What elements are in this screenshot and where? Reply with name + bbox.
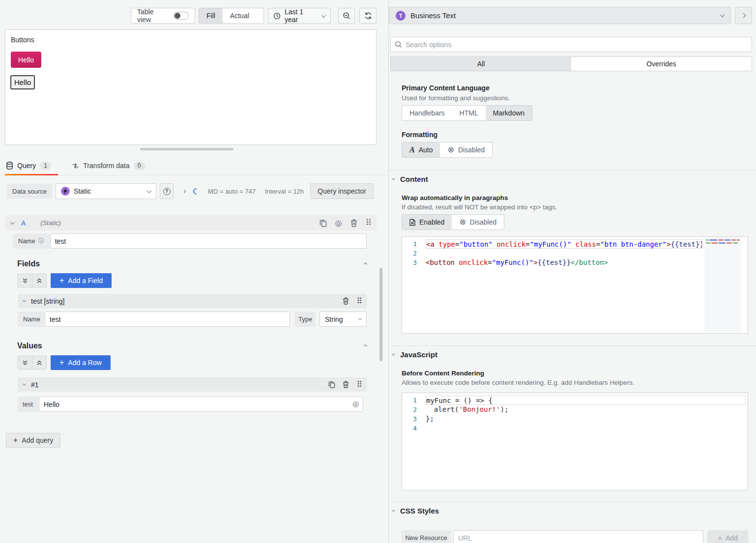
tab-query[interactable]: Query 1 [5,156,58,175]
filter-overrides-tab[interactable]: Overrides [571,57,752,71]
field-item-title: test [string] [31,297,64,305]
chevron-down-icon [720,12,725,17]
visualization-name: Business Text [410,11,456,20]
drag-handle-icon[interactable]: ⠿ [356,297,361,305]
datasource-picker[interactable]: Static [56,183,156,199]
refresh-button[interactable] [359,8,377,24]
delete-row-icon[interactable] [343,381,349,388]
collapse-row-icon[interactable] [23,382,26,386]
add-field-button[interactable]: + Add a Field [51,273,112,288]
language-handlebars-option[interactable]: Handlebars [402,106,452,120]
formatting-auto-option[interactable]: A Auto [402,143,440,157]
field-item-header[interactable]: test [string] ⠿ [18,294,367,308]
duplicate-row-icon[interactable] [328,381,335,388]
interval-summary: Interval = 12h [265,188,304,195]
tab-transform-data[interactable]: Transform data 0 [71,156,151,175]
add-row-button[interactable]: + Add a Row [51,355,111,370]
wrap-description: If disabled, result will NOT be wrapped … [402,203,756,211]
collapse-fields-icon[interactable] [364,262,367,265]
language-html-option[interactable]: HTML [452,106,486,120]
wrap-label: Wrap automatically in paragraphs [402,194,756,201]
query-name-input[interactable] [50,233,367,249]
value-row-header[interactable]: #1 ⠿ [18,377,367,392]
table-view-toggle[interactable] [174,12,189,20]
actual-option[interactable]: Actual [223,8,257,23]
delete-field-icon[interactable] [343,297,349,305]
hello-native-button[interactable]: Hello [10,75,35,89]
options-search [390,37,752,52]
table-view-label: Table view [137,8,169,24]
value-input[interactable] [39,397,363,412]
language-description: Used for formatting and suggestions. [402,94,756,102]
formatting-label: Formatting [402,131,756,139]
static-datasource-icon [61,187,70,196]
wrap-disabled-option[interactable]: ⊗ Disabled [452,215,504,229]
visualization-picker[interactable]: T Business Text [389,7,731,24]
format-icon: A [409,145,415,154]
collapse-section-icon [392,352,395,356]
collapse-options-pane-button[interactable] [735,7,752,24]
values-toolbar: + Add a Row [18,355,388,370]
css-resource-row: New Resource + Add [402,530,748,543]
wrap-radio-group: Enabled ⊗ Disabled [402,214,504,230]
preview-value-icon[interactable]: ◎ [352,400,359,407]
collapse-all-fields-button[interactable] [18,274,32,287]
time-range-picker[interactable]: Last 1 year [268,8,331,24]
css-section-header[interactable]: CSS Styles [392,507,756,515]
query-row-header[interactable]: A (Static) ◎ ⠿ [5,215,377,230]
fill-option[interactable]: Fill [199,8,223,23]
disabled-icon: ⊗ [447,146,454,154]
expand-all-rows-button[interactable] [32,356,47,370]
panel-resize-handle[interactable] [140,148,233,150]
field-name-input[interactable] [45,312,290,327]
drag-handle-icon[interactable]: ⠿ [366,219,371,227]
field-type-select[interactable]: String [320,312,367,327]
query-options-expand-icon[interactable] [182,189,186,193]
filter-all-tab[interactable]: All [391,57,571,71]
content-section-header[interactable]: Content [392,175,756,183]
editor-tabbar: Query 1 Transform data 0 [0,156,388,175]
chevron-down-icon [147,188,152,193]
collapse-field-icon[interactable] [23,299,26,302]
query-inspector-button[interactable]: Query inspector [310,183,374,199]
wrap-enabled-option[interactable]: Enabled [402,215,452,229]
language-markdown-option[interactable]: Markdown [486,106,532,120]
resource-url-input[interactable] [453,530,703,543]
collapse-values-icon[interactable] [364,344,367,347]
disabled-icon: ⊗ [459,218,465,226]
datasource-help-button[interactable]: ? [160,183,174,199]
delete-query-icon[interactable] [350,219,357,227]
before-render-description: Allows to execute code before content re… [402,379,756,386]
javascript-section-header[interactable]: JavaScript [392,350,756,359]
toggle-knob [174,13,180,19]
content-code-editor[interactable]: 1<a type="button" onclick="myFunc()" cla… [402,236,748,334]
toggle-query-visibility-icon[interactable]: ◎ [335,219,342,227]
plus-icon: + [13,436,18,445]
query-name-row: Name ⓘ [13,233,367,249]
add-resource-button[interactable]: + Add [707,530,748,543]
options-pane: T Business Text All Overrides Primary Co… [388,0,756,543]
before-render-code-editor[interactable]: 1myFunc = () => {2 alert('Bonjour!');3};… [402,393,748,490]
panel-preview: Buttons Hello Hello [5,29,377,145]
query-editor-area: Data source Static ? MD = auto = 747 Int… [0,175,388,448]
vertical-scrollbar[interactable] [379,268,382,361]
zoom-out-button[interactable] [338,8,355,24]
chevron-down-icon [321,13,326,18]
expand-all-fields-button[interactable] [32,274,47,287]
collapse-query-icon[interactable] [10,220,15,225]
query-name-label: Name ⓘ [13,233,50,249]
editor-minimap[interactable] [704,237,741,333]
options-search-input[interactable] [406,41,748,49]
collapse-all-rows-button[interactable] [18,356,32,370]
hello-danger-button[interactable]: Hello [11,52,41,68]
value-field-label: test [18,397,38,412]
loading-spinner-icon [192,187,201,196]
duplicate-query-icon[interactable] [320,219,327,227]
grafana-panel-editor: Table view Fill Actual Last 1 year Butto… [0,0,756,543]
max-datapoints-summary: MD = auto = 747 [208,188,256,195]
section-divider [389,502,756,502]
collapse-section-icon [392,509,395,512]
formatting-disabled-option[interactable]: ⊗ Disabled [440,143,492,157]
add-query-button[interactable]: + Add query [6,433,60,448]
drag-handle-icon[interactable]: ⠿ [356,381,361,389]
